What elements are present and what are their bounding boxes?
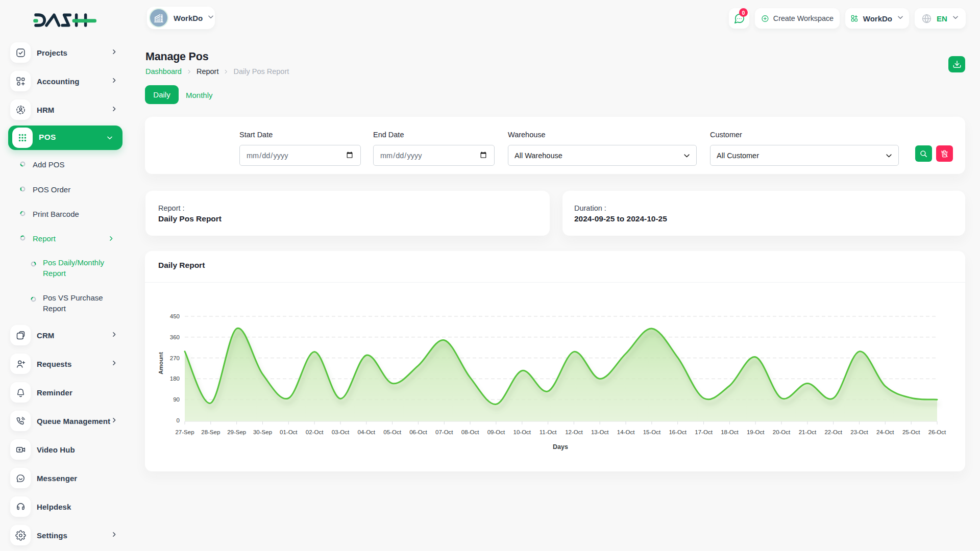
svg-text:450: 450 [170,313,180,319]
svg-text:13-Oct: 13-Oct [591,429,609,435]
svg-text:21-Oct: 21-Oct [799,429,817,435]
svg-text:19-Oct: 19-Oct [747,429,765,435]
svg-text:05-Oct: 05-Oct [383,429,401,435]
svg-text:Amount: Amount [158,352,164,374]
svg-text:07-Oct: 07-Oct [435,429,453,435]
svg-text:03-Oct: 03-Oct [332,429,350,435]
svg-text:12-Oct: 12-Oct [565,429,583,435]
svg-text:28-Sep: 28-Sep [201,429,220,435]
svg-text:360: 360 [170,334,180,340]
svg-text:27-Sep: 27-Sep [175,429,194,435]
svg-text:180: 180 [170,375,180,382]
svg-text:02-Oct: 02-Oct [306,429,324,435]
svg-text:18-Oct: 18-Oct [721,429,739,435]
svg-text:29-Sep: 29-Sep [227,429,246,435]
svg-text:10-Oct: 10-Oct [513,429,531,435]
svg-text:16-Oct: 16-Oct [669,429,687,435]
svg-text:15-Oct: 15-Oct [643,429,661,435]
svg-text:14-Oct: 14-Oct [617,429,635,435]
svg-text:22-Oct: 22-Oct [824,429,842,435]
svg-text:01-Oct: 01-Oct [280,429,298,435]
svg-text:20-Oct: 20-Oct [773,429,791,435]
svg-text:90: 90 [173,396,180,403]
svg-text:17-Oct: 17-Oct [695,429,713,435]
svg-text:11-Oct: 11-Oct [540,429,557,435]
svg-text:Days: Days [553,443,568,450]
svg-text:06-Oct: 06-Oct [409,429,427,435]
svg-text:26-Oct: 26-Oct [928,429,946,435]
svg-text:0: 0 [177,417,180,423]
svg-text:24-Oct: 24-Oct [876,429,894,435]
svg-text:09-Oct: 09-Oct [487,429,505,435]
svg-text:25-Oct: 25-Oct [902,429,920,435]
svg-text:30-Sep: 30-Sep [253,429,272,435]
svg-text:23-Oct: 23-Oct [850,429,868,435]
svg-text:270: 270 [170,355,180,361]
svg-text:04-Oct: 04-Oct [358,429,376,435]
svg-text:08-Oct: 08-Oct [461,429,479,435]
